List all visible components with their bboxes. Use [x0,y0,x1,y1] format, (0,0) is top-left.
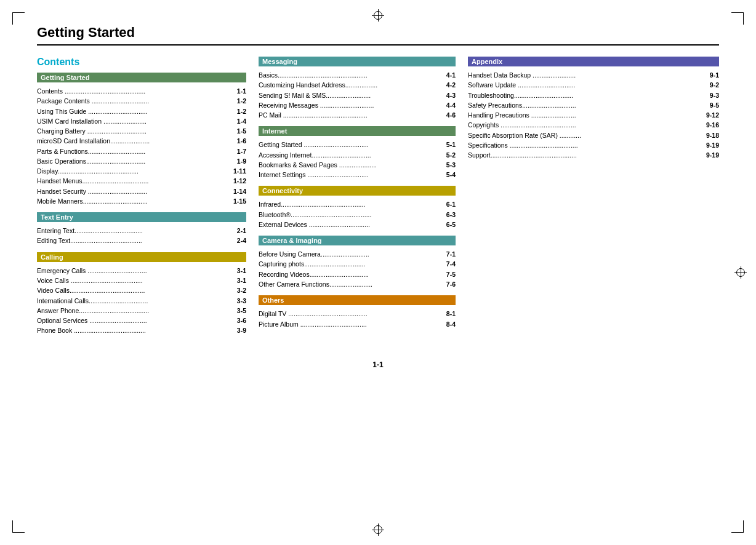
toc-entry: Entering Text...........................… [37,226,246,236]
toc-entry: Sending S! Mail & SMS...................… [259,90,456,100]
camera-list: Before Using Camera.....................… [259,249,456,289]
toc-entry: Mobile Manners..........................… [37,196,246,206]
appendix-list: Handset Data Backup ....................… [468,70,719,160]
toc-entry: Parts & Functions.......................… [37,146,246,156]
toc-entry: Bluetooth®..............................… [259,210,456,220]
others-list: Digital TV .............................… [259,309,456,329]
toc-entry: Accessing Internet......................… [259,150,456,160]
toc-entry: Basics..................................… [259,70,456,80]
toc-entry: Emergency Calls ........................… [37,266,246,276]
crosshair-top [372,9,384,22]
calling-header: Calling [37,252,246,262]
toc-entry: Display.................................… [37,166,246,176]
toc-entry: microSD Card Installation...............… [37,136,246,146]
toc-entry: Using This Guide .......................… [37,106,246,116]
col-left: Contents Getting Started Contents ......… [37,57,259,342]
toc-entry: Digital TV .............................… [259,309,456,319]
toc-entry: Bookmarks & Saved Pages ................… [259,160,456,170]
internet-section: Internet Getting Started ...............… [259,126,456,180]
internet-header: Internet [259,126,456,136]
toc-entry: Answer Phone............................… [37,306,246,316]
toc-entry: Specific Absorption Rate (SAR) .........… [468,130,719,140]
toc-entry: Safety Precautions......................… [468,100,719,110]
getting-started-list: Contents ...............................… [37,86,246,206]
internet-list: Getting Started ........................… [259,140,456,180]
appendix-section: Appendix Handset Data Backup ...........… [468,57,719,160]
toc-entry: Support.................................… [468,150,719,160]
appendix-header: Appendix [468,57,719,66]
toc-entry: Editing Text............................… [37,236,246,245]
toc-entry: Video Calls.............................… [37,285,246,295]
others-header: Others [259,295,456,305]
calling-list: Emergency Calls ........................… [37,266,246,336]
toc-entry: Getting Started ........................… [259,140,456,149]
messaging-header: Messaging [259,57,456,66]
toc-entry: International Calls.....................… [37,296,246,306]
toc-entry: Picture Album ..........................… [259,319,456,329]
crosshair-bottom [372,523,384,536]
corner-mark-br [731,520,744,533]
others-section: Others Digital TV ......................… [259,295,456,329]
connectivity-section: Connectivity Infrared...................… [259,186,456,229]
getting-started-section: Getting Started Contents ...............… [37,73,246,206]
toc-entry: Receiving Messages .....................… [259,100,456,110]
toc-entry: Copyrights .............................… [468,120,719,130]
toc-entry: Handset Security .......................… [37,186,246,196]
corner-mark-tl [12,12,25,25]
toc-entry: Package Contents .......................… [37,96,246,106]
corner-mark-tr [731,12,744,25]
calling-section: Calling Emergency Calls ................… [37,252,246,336]
page-number: 1-1 [37,360,719,369]
connectivity-header: Connectivity [259,186,456,196]
toc-entry: Handset Data Backup ....................… [468,70,719,80]
main-content: Contents Getting Started Contents ......… [37,57,719,342]
text-entry-list: Entering Text...........................… [37,226,246,246]
toc-entry: Recording Videos........................… [259,269,456,279]
toc-entry: Optional Services ......................… [37,316,246,325]
toc-entry: Infrared................................… [259,199,456,209]
toc-entry: Basic Operations........................… [37,156,246,166]
toc-entry: USIM Card Installation .................… [37,116,246,126]
page-title: Getting Started [37,25,719,46]
camera-section: Camera & Imaging Before Using Camera....… [259,236,456,289]
crosshair-right [734,266,747,279]
toc-entry: Handling Precautions ...................… [468,110,719,120]
toc-entry: Other Camera Functions..................… [259,279,456,289]
toc-entry: Phone Book .............................… [37,325,246,335]
toc-entry: External Devices .......................… [259,220,456,229]
text-entry-header: Text Entry [37,212,246,222]
messaging-section: Messaging Basics........................… [259,57,456,120]
toc-entry: Capturing phots.........................… [259,259,456,269]
toc-entry: Software Update ........................… [468,80,719,90]
toc-entry: Charging Battery .......................… [37,126,246,136]
toc-entry: Internet Settings ......................… [259,170,456,180]
toc-entry: Specifications .........................… [468,140,719,150]
text-entry-section: Text Entry Entering Text................… [37,212,246,246]
corner-mark-bl [12,520,25,533]
col-middle: Messaging Basics........................… [259,57,468,335]
toc-entry: Handset Menus...........................… [37,176,246,186]
messaging-list: Basics..................................… [259,70,456,120]
col-right: Appendix Handset Data Backup ...........… [468,57,719,166]
contents-title: Contents [37,57,246,68]
toc-entry: Customizing Handset Address.............… [259,80,456,90]
getting-started-header: Getting Started [37,73,246,82]
toc-entry: Contents ...............................… [37,86,246,96]
camera-header: Camera & Imaging [259,236,456,245]
toc-entry: Before Using Camera.....................… [259,249,456,259]
toc-entry: Troubleshooting.........................… [468,90,719,100]
toc-entry: Voice Calls ............................… [37,276,246,285]
connectivity-list: Infrared................................… [259,199,456,229]
toc-entry: PC Mail ................................… [259,110,456,120]
